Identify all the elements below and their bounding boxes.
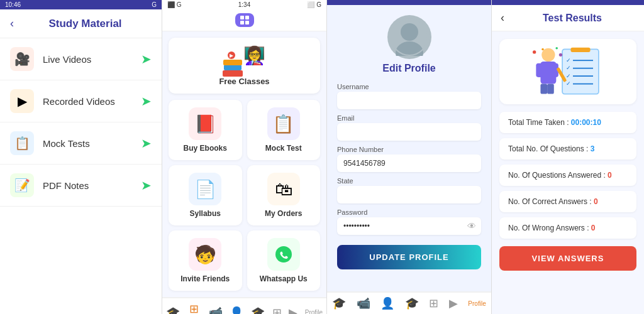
svg-point-22 <box>555 47 558 50</box>
results-illustration-banner: ✓ ✓ ✓ ✓ <box>499 39 636 104</box>
nav-play-3[interactable]: ▶ <box>449 296 458 310</box>
state-field: State <box>337 177 481 203</box>
page-title: Study Material <box>19 18 152 30</box>
email-field: Email <box>337 114 481 141</box>
status-icons-right: ⬜ G <box>307 1 321 8</box>
bottom-nav: 🎓 ⊞ More 📹 👤 🎓 ⊞ ▶ Profile <box>162 297 326 314</box>
stat-total-questions: Total No. Of Questions : 3 <box>499 138 636 160</box>
app-grid: 📕 Buy Ebooks 📋 Mock Test 📄 Syllabus 🛍 My… <box>162 100 326 297</box>
nav-home-3[interactable]: 🎓 <box>332 296 346 310</box>
status-bar: 10:46 G <box>0 0 162 9</box>
email-label: Email <box>337 114 481 122</box>
svg-text:✓: ✓ <box>566 57 571 63</box>
update-profile-button[interactable]: UPDATE PROFILE <box>337 245 481 269</box>
nav-user[interactable]: 👤 <box>230 306 243 315</box>
password-input[interactable] <box>337 217 481 235</box>
buy-ebooks-label: Buy Ebooks <box>184 144 227 153</box>
pdf-notes-icon: 📝 <box>10 173 34 197</box>
status-bar-2: ⬛ G 1:34 ⬜ G <box>162 0 326 9</box>
username-label: Username <box>337 83 481 90</box>
nav-more[interactable]: ⊞ More <box>187 302 201 314</box>
nav-user-3[interactable]: 👤 <box>380 296 394 310</box>
video-icon: 📹 <box>209 306 223 315</box>
results-content: ✓ ✓ ✓ ✓ <box>492 31 644 314</box>
grid-card-whatsapp-us[interactable]: Whatsapp Us <box>247 230 321 291</box>
stat-correct-answers: No. Of Correct Answers : 0 <box>499 191 636 212</box>
back-button[interactable]: ‹ <box>10 17 14 30</box>
state-input[interactable] <box>337 186 481 203</box>
stat-time-taken: Total Time Taken : 00:00:10 <box>499 112 636 133</box>
nav-video-3[interactable]: 📹 <box>357 296 370 310</box>
view-answers-button[interactable]: VIEW ANSWERS <box>499 246 636 271</box>
menu-item-mock-tests[interactable]: 📋 Mock Tests ➤ <box>0 122 162 165</box>
profile-label-3: Profile <box>468 300 486 307</box>
pdf-notes-label: PDF Notes <box>43 180 141 191</box>
grid-card-mock-test[interactable]: 📋 Mock Test <box>247 100 321 160</box>
panel4-header: ‹ Test Results <box>492 5 644 31</box>
cap-icon: 🎓 <box>251 306 265 315</box>
bottom-nav-3: 🎓 📹 👤 🎓 ⊞ ▶ Profile <box>327 291 491 314</box>
grid-card-buy-ebooks[interactable]: 📕 Buy Ebooks <box>169 100 242 160</box>
menu-item-live-videos[interactable]: 🎥 Live Videos ➤ <box>0 38 162 80</box>
menu-item-recorded-videos[interactable]: ▶ Recorded Videos ➤ <box>0 80 162 122</box>
free-classes-banner[interactable]: 👩‍🏫 ▶ Free Classes <box>169 38 320 94</box>
stat-wrong-answers: No. Of Wrong Answers : 0 <box>499 217 636 239</box>
grid-card-invite-friends[interactable]: 🧒 Invite Friends <box>169 230 242 291</box>
arrow-icon: ➤ <box>141 178 152 193</box>
email-input[interactable] <box>337 123 481 141</box>
svg-point-0 <box>275 246 292 263</box>
questions-answered-value: 0 <box>608 171 612 180</box>
toolbar <box>162 9 326 31</box>
whatsapp-us-icon <box>267 238 300 271</box>
svg-rect-19 <box>547 84 554 94</box>
phone-input[interactable] <box>337 154 481 172</box>
app-grid-panel: ⬛ G 1:34 ⬜ G 👩‍🏫 ▶ Free Classes 📕 <box>162 0 327 314</box>
svg-rect-18 <box>540 84 547 94</box>
svg-point-2 <box>396 41 423 56</box>
nav-grid[interactable]: ⊞ <box>272 306 282 315</box>
profile-form: Username Email Phone Number State Passwo… <box>327 79 491 291</box>
results-svg-illustration: ✓ ✓ ✓ ✓ <box>530 46 606 97</box>
nav-video[interactable]: 📹 <box>209 306 223 315</box>
nav-profile[interactable]: Profile <box>305 309 323 314</box>
home-icon: 🎓 <box>166 306 180 315</box>
grid-icon-3: ⊞ <box>429 296 438 310</box>
test-results-panel: ‹ Test Results ✓ ✓ ✓ ✓ <box>492 0 644 314</box>
correct-answers-label: No. Of Correct Answers : <box>508 197 594 206</box>
user-icon: 👤 <box>230 306 243 315</box>
wrong-answers-value: 0 <box>591 224 596 232</box>
nav-grid-3[interactable]: ⊞ <box>429 296 438 310</box>
grid-card-syllabus[interactable]: 📄 Syllabus <box>169 165 242 225</box>
svg-rect-16 <box>536 63 543 77</box>
nav-home[interactable]: 🎓 <box>166 306 180 315</box>
wrong-answers-label: No. Of Wrong Answers : <box>508 224 591 232</box>
arrow-icon: ➤ <box>141 136 152 151</box>
mock-tests-icon: 📋 <box>10 131 34 155</box>
status-time-2: 1:34 <box>238 1 250 8</box>
grid-card-my-orders[interactable]: 🛍 My Orders <box>247 165 321 225</box>
username-input[interactable] <box>337 92 481 109</box>
password-field: Password 👁 <box>337 208 481 235</box>
correct-answers-value: 0 <box>594 197 598 206</box>
username-field: Username <box>337 83 481 109</box>
nav-profile-3[interactable]: Profile <box>468 300 486 307</box>
mock-test-icon: 📋 <box>267 107 300 140</box>
my-orders-label: My Orders <box>265 209 302 218</box>
back-button-4[interactable]: ‹ <box>501 11 504 24</box>
menu-item-pdf-notes[interactable]: 📝 PDF Notes ➤ <box>0 165 162 207</box>
nav-cap[interactable]: 🎓 <box>251 306 265 315</box>
svg-point-23 <box>541 48 544 51</box>
live-videos-label: Live Videos <box>43 54 141 65</box>
test-results-title: Test Results <box>509 13 635 24</box>
whatsapp-us-label: Whatsapp Us <box>260 274 308 283</box>
nav-play[interactable]: ▶ <box>289 306 297 315</box>
show-password-icon[interactable]: 👁 <box>467 221 476 231</box>
grid-toggle-button[interactable] <box>235 13 254 27</box>
toolbar-4 <box>492 0 644 5</box>
invite-friends-label: Invite Friends <box>180 274 230 283</box>
live-videos-icon: 🎥 <box>10 47 34 71</box>
status-icons: G <box>152 1 157 8</box>
nav-cap-3[interactable]: 🎓 <box>405 296 419 310</box>
svg-text:✓: ✓ <box>566 80 571 87</box>
profile-label: Profile <box>305 309 323 314</box>
